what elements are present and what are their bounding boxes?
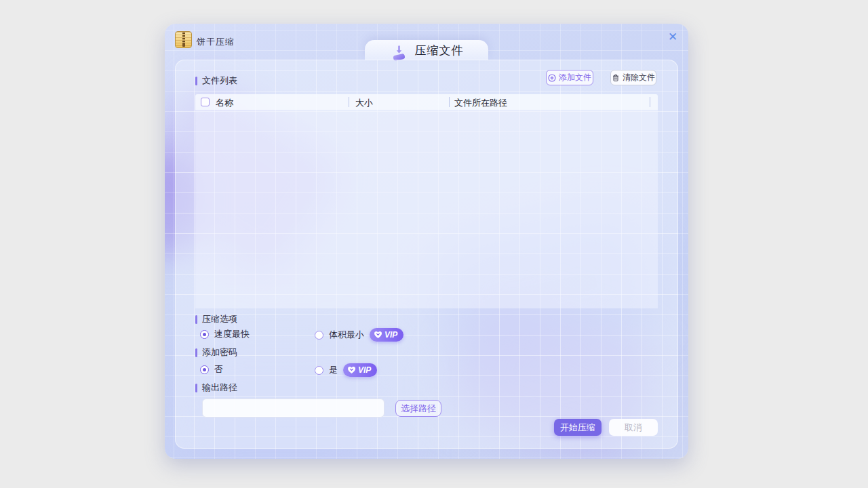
column-size: 大小 <box>355 97 373 109</box>
column-divider <box>449 97 450 107</box>
radio-password-yes[interactable]: 是 VIP <box>315 363 377 377</box>
select-all-checkbox[interactable] <box>201 98 210 106</box>
choose-path-button[interactable]: 选择路径 <box>395 400 441 417</box>
radio-selected-icon <box>200 330 209 339</box>
file-list-label: 文件列表 <box>202 75 237 87</box>
radio-smallest-size[interactable]: 体积最小 VIP <box>315 328 403 342</box>
file-table-header: 名称 大小 文件所在路径 <box>195 94 658 110</box>
file-table: 名称 大小 文件所在路径 <box>195 94 658 308</box>
vip-label: VIP <box>358 365 371 375</box>
section-add-password: 添加密码 <box>195 346 237 359</box>
section-file-list: 文件列表 <box>195 75 237 87</box>
radio-selected-icon <box>200 365 209 374</box>
radio-no-label: 否 <box>214 363 223 375</box>
section-bar <box>195 315 197 324</box>
vip-badge: VIP <box>370 328 403 342</box>
password-options-row: 否 是 VIP <box>175 363 678 375</box>
section-output-path: 输出路径 <box>195 382 237 394</box>
app-title: 饼干压缩 <box>197 36 235 48</box>
output-path-input[interactable] <box>202 399 384 418</box>
radio-smallest-label: 体积最小 <box>329 329 364 341</box>
section-bar <box>195 384 197 392</box>
compress-options-row: 速度最快 体积最小 VIP <box>175 328 678 340</box>
main-panel: 文件列表 添加文件 清除文件 <box>175 60 678 449</box>
column-divider <box>650 97 650 107</box>
add-file-button[interactable]: 添加文件 <box>546 70 593 85</box>
radio-yes-label: 是 <box>329 364 338 376</box>
section-compress-options: 压缩选项 <box>195 313 237 325</box>
vip-label: VIP <box>384 330 397 340</box>
clear-file-button[interactable]: 清除文件 <box>610 70 656 85</box>
tab-compress-file[interactable]: 压缩文件 <box>365 40 488 60</box>
app-window: 饼干压缩 ✕ 压缩文件 文件列表 <box>165 24 688 459</box>
clear-file-label: 清除文件 <box>623 72 655 83</box>
trash-icon <box>612 74 620 82</box>
cancel-button[interactable]: 取消 <box>609 419 658 436</box>
vip-heart-icon <box>347 366 356 374</box>
radio-password-no[interactable]: 否 <box>200 363 223 375</box>
radio-unselected-icon <box>315 331 323 340</box>
compress-options-label: 压缩选项 <box>202 313 237 325</box>
app-logo-icon <box>175 31 192 48</box>
section-bar <box>195 77 197 85</box>
radio-fastest-speed[interactable]: 速度最快 <box>200 328 250 340</box>
close-button[interactable]: ✕ <box>665 30 680 45</box>
column-path: 文件所在路径 <box>454 97 507 109</box>
add-file-label: 添加文件 <box>559 72 591 83</box>
file-table-body <box>195 110 658 308</box>
plus-circle-icon <box>548 74 556 82</box>
vip-badge: VIP <box>343 363 377 377</box>
tab-label: 压缩文件 <box>415 43 464 58</box>
column-name: 名称 <box>216 97 233 109</box>
radio-unselected-icon <box>315 366 323 375</box>
radio-fastest-label: 速度最快 <box>214 328 250 340</box>
output-path-label: 输出路径 <box>202 382 237 394</box>
column-divider <box>349 97 349 107</box>
start-compress-button[interactable]: 开始压缩 <box>554 419 601 436</box>
add-password-label: 添加密码 <box>202 346 237 359</box>
vip-heart-icon <box>374 331 382 339</box>
section-bar <box>195 348 197 357</box>
